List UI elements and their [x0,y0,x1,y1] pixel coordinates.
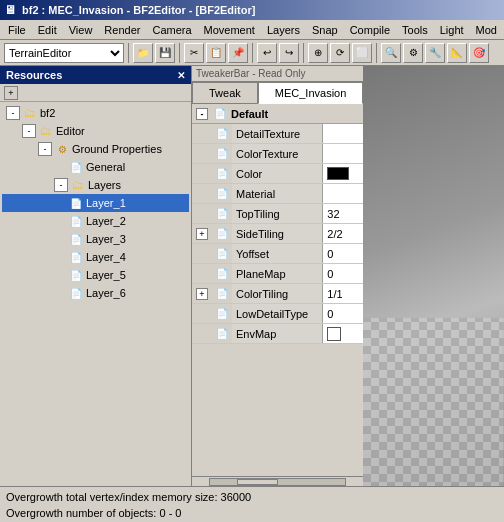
folder-icon-bf2: 🗂 [22,105,38,121]
checkbox-env-map[interactable] [327,327,341,341]
toolbar-btn-7[interactable]: ↪ [279,43,299,63]
prop-name-planemap: PlaneMap [232,264,323,283]
doc-icon-layer4: 📄 [68,249,84,265]
menu-camera[interactable]: Camera [146,22,197,38]
tree-node-layer5[interactable]: 📄 Layer_5 [2,266,189,284]
prop-value-low-detail-type[interactable]: 0 [323,304,363,323]
prop-value-detail-texture[interactable] [323,124,363,143]
tree-label-bf2: bf2 [40,107,55,119]
expander-color-tiling-btn[interactable]: + [196,288,208,300]
tree-label-layer3: Layer_3 [86,233,126,245]
prop-value-material[interactable] [323,184,363,203]
toolbar-separator-1 [128,43,129,63]
svg-rect-4 [363,318,504,486]
scrollbar-area[interactable] [192,476,363,486]
tree-node-layer4[interactable]: 📄 Layer_4 [2,248,189,266]
title-bar: 🖥 bf2 : MEC_Invasion - BF2Editor - [BF2E… [0,0,504,20]
menu-view[interactable]: View [63,22,99,38]
toolbar-btn-9[interactable]: ⟳ [330,43,350,63]
toolbar-btn-15[interactable]: 🎯 [469,43,489,63]
prop-expand-color-tiling[interactable]: + [192,288,212,300]
tree-node-layer6[interactable]: 📄 Layer_6 [2,284,189,302]
menu-compile[interactable]: Compile [344,22,396,38]
section-default[interactable]: - 📄 Default [192,104,363,124]
resources-header: Resources ✕ [0,66,191,84]
tree-label-ground-properties: Ground Properties [72,143,162,155]
toolbar-btn-5[interactable]: 📌 [228,43,248,63]
tree-label-general: General [86,161,125,173]
tree-area: - 🗂 bf2 - 🗂 Editor - ⚙ Ground Properties… [0,102,191,486]
prop-value-top-tiling[interactable]: 32 [323,204,363,223]
expander-side-tiling-btn[interactable]: + [196,228,208,240]
toolbar-btn-13[interactable]: 🔧 [425,43,445,63]
tree-node-layers[interactable]: - 🗂 Layers [2,176,189,194]
prop-value-env-map[interactable] [323,324,363,343]
toolbar-btn-8[interactable]: ⊕ [308,43,328,63]
toolbar-btn-10[interactable]: ⬜ [352,43,372,63]
tree-node-ground-properties[interactable]: - ⚙ Ground Properties [2,140,189,158]
toolbar-separator-5 [376,43,377,63]
tab-mec-invasion[interactable]: MEC_Invasion [258,82,364,104]
toolbar-save-btn[interactable]: 💾 [155,43,175,63]
color-swatch[interactable] [327,167,349,180]
status-text-1: Overgrowth total vertex/index memory siz… [6,491,251,503]
menu-render[interactable]: Render [98,22,146,38]
tabs-row: Tweak MEC_Invasion [192,82,363,104]
add-node-btn[interactable]: + [4,86,18,100]
prop-expand-side-tiling[interactable]: + [192,228,212,240]
tree-node-layer2[interactable]: 📄 Layer_2 [2,212,189,230]
expander-ground-properties[interactable]: - [38,142,52,156]
prop-name-env-map: EnvMap [232,324,323,343]
doc-icon-layer5: 📄 [68,267,84,283]
status-text-2: Overgrowth number of objects: 0 - 0 [6,507,181,519]
tree-node-layer3[interactable]: 📄 Layer_3 [2,230,189,248]
prop-value-color-tiling[interactable]: 1/1 [323,284,363,303]
prop-value-color[interactable] [323,164,363,183]
scrollbar-thumb[interactable] [237,479,278,485]
tree-node-editor[interactable]: - 🗂 Editor [2,122,189,140]
expander-bf2[interactable]: - [6,106,20,120]
menu-tools[interactable]: Tools [396,22,434,38]
expander-layers[interactable]: - [54,178,68,192]
prop-row-color-tiling: + 📄 ColorTiling 1/1 [192,284,363,304]
prop-value-yoffset[interactable]: 0 [323,244,363,263]
tab-tweak[interactable]: Tweak [192,82,258,103]
prop-value-planemap[interactable]: 0 [323,264,363,283]
toolbar-btn-12[interactable]: ⚙ [403,43,423,63]
menu-file[interactable]: File [2,22,32,38]
toolbar-btn-14[interactable]: 📐 [447,43,467,63]
menu-snap[interactable]: Snap [306,22,344,38]
tweaker-label: TweakerBar - Read Only [196,68,306,79]
toolbar-btn-4[interactable]: 📋 [206,43,226,63]
tree-node-general[interactable]: 📄 General [2,158,189,176]
prop-value-side-tiling[interactable]: 2/2 [323,224,363,243]
resources-close-btn[interactable]: ✕ [177,70,185,81]
tree-node-bf2[interactable]: - 🗂 bf2 [2,104,189,122]
toolbar-open-btn[interactable]: 📁 [133,43,153,63]
menu-movement[interactable]: Movement [198,22,261,38]
expander-default[interactable]: - [196,108,208,120]
prop-row-yoffset: 📄 Yoffset 0 [192,244,363,264]
tree-label-editor: Editor [56,125,85,137]
toolbar-btn-6[interactable]: ↩ [257,43,277,63]
prop-icon-low-detail-type: 📄 [212,308,232,319]
menu-layers[interactable]: Layers [261,22,306,38]
resources-label: Resources [6,69,62,81]
prop-icon-color-texture: 📄 [212,148,232,159]
editor-dropdown[interactable]: TerrainEditor [4,43,124,63]
menu-mod[interactable]: Mod [470,22,503,38]
doc-icon-layer3: 📄 [68,231,84,247]
prop-value-color-texture[interactable] [323,144,363,163]
toolbar-btn-3[interactable]: ✂ [184,43,204,63]
tree-label-layer5: Layer_5 [86,269,126,281]
prop-name-top-tiling: TopTiling [232,204,323,223]
menu-light[interactable]: Light [434,22,470,38]
viewport-svg [363,66,504,486]
scrollbar-track[interactable] [209,478,346,486]
expander-editor[interactable]: - [22,124,36,138]
prop-icon-planemap: 📄 [212,268,232,279]
right-panel: TweakerBar - Read Only Tweak MEC_Invasio… [192,66,363,486]
menu-edit[interactable]: Edit [32,22,63,38]
toolbar-btn-11[interactable]: 🔍 [381,43,401,63]
tree-node-layer1[interactable]: 📄 Layer_1 [2,194,189,212]
